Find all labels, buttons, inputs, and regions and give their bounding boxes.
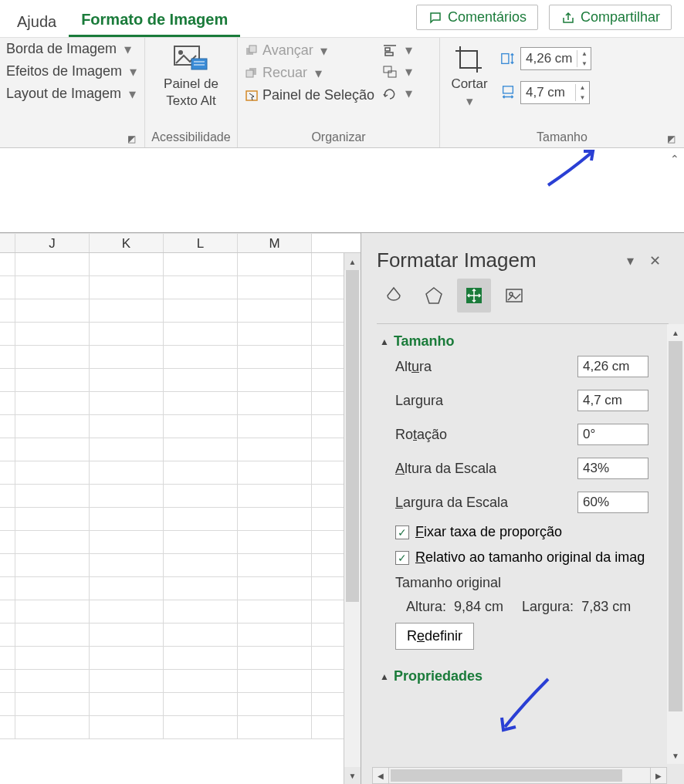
crop-icon <box>451 44 488 75</box>
scroll-up-button[interactable]: ▲ <box>344 253 361 270</box>
chevron-down-icon: ▾ <box>317 43 332 59</box>
share-icon <box>560 10 576 25</box>
pane-height-input[interactable]: 4,26 cm <box>577 356 648 377</box>
svg-rect-8 <box>246 70 253 77</box>
formula-bar[interactable]: ⌃ <box>0 148 684 233</box>
picture-layout-button[interactable]: Layout de Imagem▾ <box>6 86 141 102</box>
svg-point-1 <box>178 50 183 55</box>
tab-effects[interactable] <box>417 279 451 313</box>
tab-size-properties[interactable] <box>457 279 491 313</box>
format-picture-pane: Formatar Imagem ▾ ✕ ▲Tamanho <box>361 233 684 784</box>
scroll-thumb[interactable] <box>346 270 359 602</box>
align-button[interactable]: ▾ <box>382 42 416 58</box>
width-icon <box>500 85 516 100</box>
col-header[interactable]: M <box>238 234 312 252</box>
section-size-toggle[interactable]: ▲Tamanho <box>380 333 648 350</box>
section-properties-title: Propriedades <box>394 668 483 684</box>
width-input[interactable]: 4,7 cm ▲▼ <box>520 81 590 104</box>
pane-body: ▲Tamanho Altura 4,26 cm Largura 4,7 cm R… <box>361 324 684 784</box>
picture-effects-button[interactable]: Efeitos de Imagem▾ <box>6 63 141 79</box>
pane-scale-height-input[interactable]: 43% <box>577 458 648 479</box>
group-size: Cortar ▾ 4,26 cm ▲▼ 4,7 cm ▲▼ <box>440 38 684 147</box>
cells-area[interactable] <box>0 253 361 741</box>
lock-aspect-checkbox[interactable]: ✓ <box>395 525 409 539</box>
picture-effects-label: Efeitos de Imagem <box>6 63 122 79</box>
crop-label: Cortar <box>451 76 487 92</box>
chevron-down-icon: ▾ <box>125 64 141 79</box>
svg-point-22 <box>510 292 513 296</box>
tab-picture[interactable] <box>497 279 531 313</box>
comment-icon <box>428 10 443 25</box>
worksheet-grid[interactable]: J K L M <box>0 233 361 784</box>
alt-text-icon <box>172 44 209 75</box>
tab-picture-format[interactable]: Formato de Imagem <box>69 6 240 37</box>
pane-close-button[interactable]: ✕ <box>642 249 669 272</box>
reset-size-button[interactable]: Redefinir <box>395 623 474 650</box>
tab-fill-line[interactable] <box>377 279 411 313</box>
selection-pane-button[interactable]: Painel de Seleção <box>244 87 374 103</box>
grid-vertical-scrollbar[interactable]: ▲ ▼ <box>344 253 361 784</box>
share-button[interactable]: Compartilhar <box>549 5 672 30</box>
scroll-thumb[interactable] <box>391 769 622 782</box>
svg-rect-15 <box>502 54 509 64</box>
scroll-left-button[interactable]: ◀ <box>372 767 389 784</box>
original-size-label: Tamanho original <box>380 570 648 596</box>
picture-border-button[interactable]: Borda de Imagem▾ <box>6 41 141 57</box>
share-label: Compartilhar <box>581 9 660 25</box>
height-input[interactable]: 4,26 cm ▲▼ <box>520 47 591 70</box>
chevron-down-icon: ▾ <box>401 42 416 58</box>
spinner-down[interactable]: ▼ <box>581 60 587 67</box>
section-properties-toggle[interactable]: ▲Propriedades <box>380 668 648 684</box>
pane-options-button[interactable]: ▾ <box>619 249 642 272</box>
group-label: ◩ <box>6 143 138 146</box>
width-value: 4,7 cm <box>521 85 575 100</box>
chevron-down-icon: ▾ <box>401 86 416 101</box>
dialog-launcher-icon[interactable]: ◩ <box>126 133 137 144</box>
pane-horizontal-scrollbar[interactable]: ◀ ▶ <box>372 767 667 784</box>
bring-forward-button[interactable]: Avançar ▾ <box>244 42 374 59</box>
scroll-up-button[interactable]: ▲ <box>667 324 684 341</box>
alt-text-label-1: Painel de <box>164 76 218 92</box>
pane-width-input[interactable]: 4,7 cm <box>577 390 648 411</box>
crop-button[interactable]: Cortar ▾ <box>446 41 493 112</box>
chevron-down-icon: ▾ <box>120 42 135 57</box>
rotation-label: Rotação <box>395 427 577 443</box>
col-header[interactable]: K <box>90 234 164 252</box>
selection-pane-icon <box>244 88 259 103</box>
spinner-up[interactable]: ▲ <box>581 50 587 57</box>
group-label-accessibility: Acessibilidade <box>151 129 231 146</box>
send-backward-icon <box>244 66 259 81</box>
pane-vertical-scrollbar[interactable]: ▲ ▼ <box>667 324 684 764</box>
spinner-down[interactable]: ▼ <box>580 94 586 101</box>
send-backward-label: Recuar <box>262 65 307 81</box>
scroll-track[interactable] <box>389 767 650 784</box>
send-backward-button[interactable]: Recuar ▾ <box>244 65 374 81</box>
col-header[interactable]: J <box>15 234 90 252</box>
comments-button[interactable]: Comentários <box>416 5 538 30</box>
scroll-down-button[interactable]: ▼ <box>344 767 361 784</box>
tab-help[interactable]: Ajuda <box>5 8 69 37</box>
svg-rect-6 <box>249 46 256 52</box>
scroll-thumb[interactable] <box>669 341 682 711</box>
col-header-gutter <box>0 234 15 252</box>
dialog-launcher-size-icon[interactable]: ◩ <box>665 133 676 144</box>
alt-text-pane-button[interactable]: Painel de Texto Alt <box>159 41 223 112</box>
lock-aspect-label: Fixar taxa de proporção <box>415 524 562 540</box>
rotate-icon <box>382 86 398 101</box>
pane-scale-width-input[interactable]: 60% <box>577 492 648 513</box>
scroll-track[interactable] <box>344 270 361 767</box>
scroll-down-button[interactable]: ▼ <box>667 747 684 764</box>
col-header[interactable]: L <box>164 234 238 252</box>
group-objects-button[interactable]: ▾ <box>382 64 416 79</box>
rotate-button[interactable]: ▾ <box>382 86 416 101</box>
pane-category-tabs <box>361 279 684 323</box>
scroll-right-button[interactable]: ▶ <box>650 767 667 784</box>
spinner-up[interactable]: ▲ <box>580 84 586 91</box>
relative-original-checkbox[interactable]: ✓ <box>395 551 409 565</box>
svg-rect-14 <box>388 71 396 77</box>
scale-width-label: Largura da Escala <box>395 495 577 511</box>
width-label: Largura <box>395 393 577 409</box>
pane-rotation-input[interactable]: 0° <box>577 424 648 445</box>
scroll-track[interactable] <box>667 341 684 747</box>
expand-formula-bar-button[interactable]: ⌃ <box>670 153 679 165</box>
